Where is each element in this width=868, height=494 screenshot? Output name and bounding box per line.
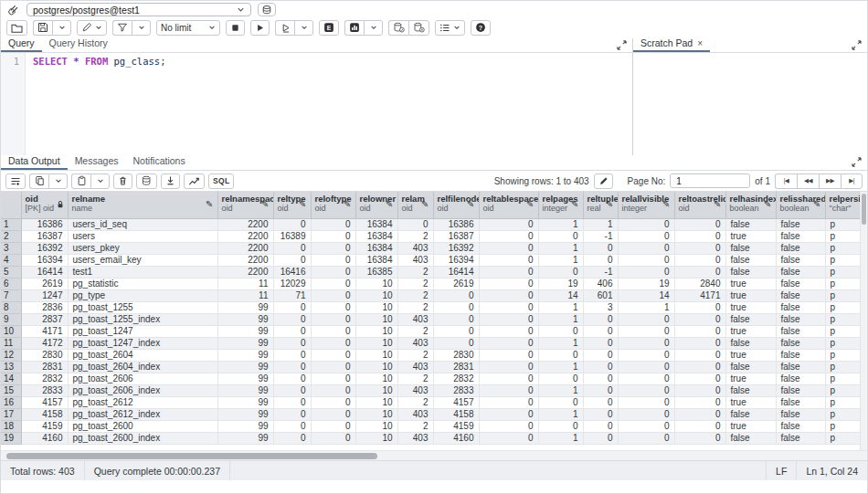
column-header-relnamespace[interactable]: relnamespaceoid✎	[217, 192, 273, 218]
cell-relnamespace[interactable]: 99	[217, 337, 273, 349]
cell-relowner[interactable]: 10	[355, 278, 397, 289]
cell-relisshared[interactable]: false	[776, 373, 825, 384]
cell-reltuples[interactable]: 0	[583, 361, 618, 373]
cell-relam[interactable]: 0	[397, 218, 433, 230]
cell-relname[interactable]: pg_toast_1247	[68, 325, 217, 337]
cell-oid[interactable]: 4157	[21, 396, 68, 408]
new-connection-button[interactable]	[258, 3, 276, 16]
cell-relam[interactable]: 2	[397, 325, 433, 337]
rollback-button[interactable]	[408, 20, 429, 36]
cell-reltablespace[interactable]: 0	[479, 242, 538, 254]
cell-relallvisible[interactable]: 0	[618, 349, 674, 361]
cell-reltablespace[interactable]: 0	[479, 218, 538, 230]
cell-reloftype[interactable]: 0	[311, 242, 355, 254]
cell-relpages[interactable]: 1	[538, 408, 583, 420]
cell-reltoastrelid[interactable]: 0	[674, 301, 725, 313]
cell-relowner[interactable]: 10	[355, 337, 397, 349]
cell-reltablespace[interactable]: 0	[479, 432, 538, 444]
cell-relowner[interactable]: 10	[355, 396, 397, 408]
cell-relowner[interactable]: 10	[355, 325, 397, 337]
cell-relpages[interactable]: 0	[538, 420, 583, 432]
copy-menu-button[interactable]	[48, 173, 68, 189]
cell-relhasindex[interactable]: false	[725, 337, 776, 349]
cell-relnamespace[interactable]: 99	[217, 384, 273, 396]
cell-relnamespace[interactable]: 2200	[217, 218, 273, 230]
cell-reltuples[interactable]: 0	[583, 313, 618, 325]
next-page-button[interactable]: ▶▶	[819, 173, 841, 189]
cell-relallvisible[interactable]: 0	[618, 396, 674, 408]
cell-reltuples[interactable]: 0	[583, 337, 618, 349]
filter-menu-button[interactable]	[132, 20, 151, 36]
row-number[interactable]: 6	[1, 278, 21, 289]
cell-relname[interactable]: pg_toast_1247_index	[68, 337, 217, 349]
cell-relpages[interactable]: 0	[538, 230, 583, 242]
cell-relam[interactable]: 2	[397, 301, 433, 313]
cell-relfilenode[interactable]: 2830	[433, 349, 479, 361]
cell-reltoastrelid[interactable]: 0	[674, 230, 725, 242]
cell-oid[interactable]: 16414	[21, 266, 68, 278]
cell-reloftype[interactable]: 0	[311, 384, 355, 396]
sql-code-line[interactable]: SELECT * FROM pg_class;	[26, 53, 165, 155]
cell-relam[interactable]: 403	[397, 337, 433, 349]
cell-reloftype[interactable]: 0	[311, 349, 355, 361]
cell-relfilenode[interactable]: 4160	[433, 432, 479, 444]
cell-relisshared[interactable]: false	[776, 254, 825, 266]
cell-reltuples[interactable]: 3	[583, 301, 618, 313]
cell-relhasindex[interactable]: true	[725, 420, 776, 432]
cell-relhasindex[interactable]: false	[725, 432, 776, 444]
row-number[interactable]: 18	[1, 420, 21, 432]
cell-relam[interactable]: 403	[397, 408, 433, 420]
cell-relallvisible[interactable]: 0	[618, 325, 674, 337]
cell-relnamespace[interactable]: 99	[217, 313, 273, 325]
execute-button[interactable]	[250, 20, 270, 36]
graph-visualizer-button[interactable]	[184, 173, 205, 189]
cell-relam[interactable]: 403	[397, 384, 433, 396]
cell-reltuples[interactable]: 601	[583, 289, 618, 301]
row-number[interactable]: 10	[1, 325, 21, 337]
cell-relname[interactable]: pg_toast_2606	[68, 373, 217, 384]
cell-relnamespace[interactable]: 99	[217, 301, 273, 313]
cell-relallvisible[interactable]: 0	[618, 266, 674, 278]
cell-oid[interactable]: 2619	[21, 278, 68, 289]
cell-relfilenode[interactable]: 0	[433, 325, 479, 337]
cell-relallvisible[interactable]: 0	[618, 432, 674, 444]
cell-relallvisible[interactable]: 0	[618, 337, 674, 349]
cell-reltoastrelid[interactable]: 0	[674, 266, 725, 278]
paste-button[interactable]	[71, 173, 90, 189]
cell-relname[interactable]: pg_toast_2606_index	[68, 384, 217, 396]
vertical-scrollbar[interactable]	[860, 192, 867, 450]
cell-reltype[interactable]: 0	[273, 301, 311, 313]
cell-reloftype[interactable]: 0	[311, 254, 355, 266]
column-header-relowner[interactable]: relowneroid✎	[355, 192, 397, 218]
cell-reltoastrelid[interactable]: 0	[674, 218, 725, 230]
cell-relnamespace[interactable]: 99	[217, 408, 273, 420]
cell-relowner[interactable]: 10	[355, 313, 397, 325]
cell-relisshared[interactable]: false	[776, 384, 825, 396]
cell-relfilenode[interactable]: 0	[433, 301, 479, 313]
cell-relhasindex[interactable]: false	[725, 313, 776, 325]
row-number[interactable]: 2	[1, 230, 21, 242]
cell-relhasindex[interactable]: true	[725, 349, 776, 361]
edit-menu-button[interactable]	[77, 20, 107, 36]
cell-relowner[interactable]: 16384	[355, 254, 397, 266]
cell-oid[interactable]: 1247	[21, 289, 68, 301]
cell-relowner[interactable]: 10	[355, 289, 397, 301]
cell-relpages[interactable]: 1	[538, 254, 583, 266]
cell-reloftype[interactable]: 0	[311, 420, 355, 432]
cell-relam[interactable]: 2	[397, 420, 433, 432]
cell-relallvisible[interactable]: 1	[618, 301, 674, 313]
cell-reltype[interactable]: 0	[273, 373, 311, 384]
row-number[interactable]: 3	[1, 242, 21, 254]
cell-relnamespace[interactable]: 99	[217, 420, 273, 432]
cell-reltuples[interactable]: -1	[583, 266, 618, 278]
cell-relhasindex[interactable]: true	[725, 289, 776, 301]
cell-relfilenode[interactable]: 16414	[433, 266, 479, 278]
cell-relfilenode[interactable]: 16386	[433, 218, 479, 230]
column-header-relpages[interactable]: relpagesinteger✎	[538, 192, 583, 218]
cell-relowner[interactable]: 16384	[355, 242, 397, 254]
cell-relowner[interactable]: 10	[355, 349, 397, 361]
cell-reltuples[interactable]: 0	[583, 242, 618, 254]
cell-relpages[interactable]: 0	[538, 349, 583, 361]
cell-relname[interactable]: pg_toast_2600	[68, 420, 217, 432]
cell-relfilenode[interactable]: 16392	[433, 242, 479, 254]
